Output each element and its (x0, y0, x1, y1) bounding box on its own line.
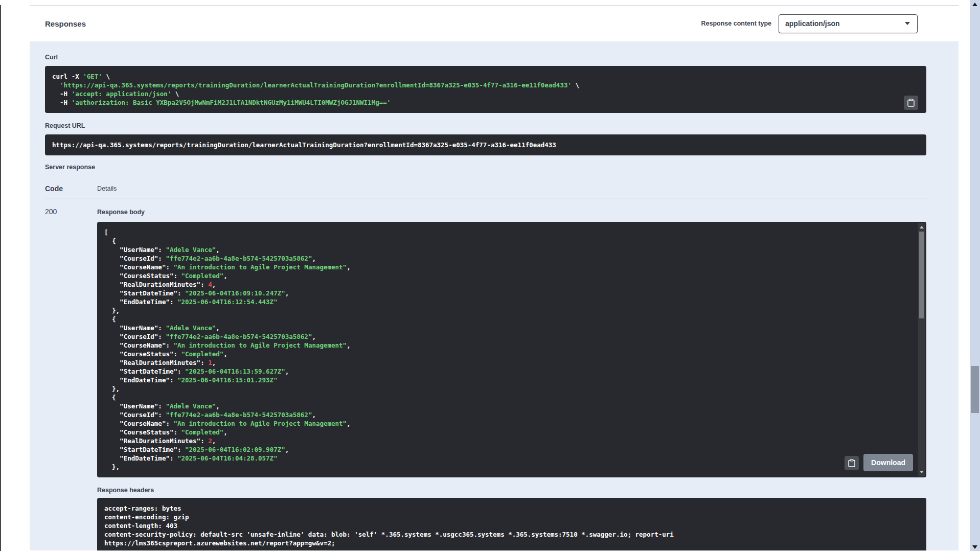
response-body-code: [ { "UserName": "Adele Vance", "CourseId… (104, 228, 909, 471)
code-line: "UserName": "Adele Vance", (104, 402, 909, 410)
request-url-block: https://api-qa.365.systems/reports/train… (45, 134, 926, 155)
code-line: "EndDateTime": "2025-06-04T16:12:54.443Z… (104, 297, 909, 306)
copy-to-clipboard-button[interactable] (904, 96, 918, 110)
status-code: 200 (45, 208, 97, 550)
response-body-scrollbar[interactable] (918, 223, 925, 476)
code-line: "StartDateTime": "2025-06-04T16:13:59.62… (104, 367, 909, 376)
details-cell: Response body [ { "UserName": "Adele Van… (97, 208, 926, 550)
code-line: [ (104, 228, 909, 237)
scrollbar-up-button[interactable] (970, 0, 980, 8)
code-line: https://lms365cspreport.azurewebsites.ne… (104, 539, 919, 547)
code-line: content-security-policy: default-src 'un… (104, 530, 919, 539)
code-line: "UserName": "Adele Vance", (104, 245, 909, 254)
code-line: }, (104, 384, 909, 393)
code-line: curl -X 'GET' \ (52, 72, 919, 81)
responses-title: Responses (45, 19, 86, 28)
response-body-scrollbar-thumb[interactable] (919, 232, 924, 318)
code-line: "RealDurationMinutes": 1, (104, 358, 909, 367)
code-line: "CourseName": "An introduction to Agile … (104, 341, 909, 350)
triangle-up-icon[interactable] (920, 226, 924, 228)
code-line: { (104, 315, 909, 324)
content-type-label: Response content type (701, 20, 771, 27)
code-line: content-encoding: gzip (104, 513, 919, 521)
page-scrollbar[interactable] (970, 0, 980, 551)
request-url-label: Request URL (45, 122, 926, 129)
code-line: "CourseStatus": "Completed", (104, 428, 909, 437)
code-line: https://api-qa.365.systems/reports/train… (52, 141, 919, 149)
copy-to-clipboard-button[interactable] (845, 456, 859, 470)
download-button[interactable]: Download (863, 454, 913, 471)
code-line: -H 'authorization: Basic YXBpa2V5OjMwNmF… (52, 98, 919, 107)
code-line: "UserName": "Adele Vance", (104, 324, 909, 332)
response-headers-block: accept-ranges: bytescontent-encoding: gz… (97, 498, 926, 550)
chevron-down-icon (905, 22, 910, 25)
triangle-up-icon (972, 3, 977, 6)
details-column-header: Details (97, 185, 926, 192)
content-type-select[interactable]: application/json (779, 14, 918, 33)
code-line: "CourseId": "ffe774e2-aa6b-4a8e-b574-542… (104, 254, 909, 263)
content-type-wrap: Response content type application/json (701, 14, 918, 33)
code-line: "CourseStatus": "Completed", (104, 350, 909, 358)
code-line: accept-ranges: bytes (104, 504, 919, 513)
table-header-row: Code Details (45, 179, 926, 198)
code-line: "RealDurationMinutes": 2, (104, 437, 909, 445)
curl-label: Curl (45, 54, 926, 61)
code-line: "StartDateTime": "2025-06-04T16:02:09.90… (104, 445, 909, 454)
clipboard-icon (848, 459, 855, 467)
code-line: "StartDateTime": "2025-06-04T16:09:10.24… (104, 289, 909, 297)
response-body-label: Response body (97, 209, 926, 216)
code-line: "CourseStatus": "Completed", (104, 271, 909, 280)
code-line: content-length: 403 (104, 521, 919, 530)
content-type-selected-value: application/json (785, 19, 840, 28)
code-column-header: Code (45, 185, 97, 193)
code-line: "CourseName": "An introduction to Agile … (104, 419, 909, 428)
code-line: "CourseId": "ffe774e2-aa6b-4a8e-b574-542… (104, 332, 909, 341)
code-line: }, (104, 306, 909, 315)
curl-block: curl -X 'GET' \ 'https://api-qa.365.syst… (45, 66, 926, 113)
code-line: -H 'accept: application/json' \ (52, 89, 919, 98)
server-response-label: Server response (45, 164, 926, 171)
code-line: "CourseName": "An introduction to Agile … (104, 263, 909, 271)
clipboard-icon (907, 99, 915, 107)
scrollbar-down-button[interactable] (970, 543, 980, 551)
triangle-down-icon[interactable] (920, 471, 924, 473)
code-line: }, (104, 463, 909, 471)
server-response-table: Code Details 200 Response body [ { "User… (45, 179, 926, 550)
code-line: "EndDateTime": "2025-06-04T16:15:01.293Z… (104, 376, 909, 384)
table-row: 200 Response body [ { "UserName": "Adele… (45, 198, 926, 550)
swagger-responses-page: Responses Response content type applicat… (0, 5, 980, 551)
curl-code: curl -X 'GET' \ 'https://api-qa.365.syst… (52, 72, 919, 107)
code-line: "EndDateTime": "2025-06-04T16:04:28.057Z… (104, 454, 909, 463)
response-body-block: [ { "UserName": "Adele Vance", "CourseId… (97, 222, 926, 477)
page-scrollbar-thumb[interactable] (971, 366, 979, 413)
code-line: { (104, 237, 909, 245)
code-line: 'https://api-qa.365.systems/reports/trai… (52, 81, 919, 89)
responses-panel: Curl curl -X 'GET' \ 'https://api-qa.365… (30, 41, 959, 550)
responses-header: Responses Response content type applicat… (30, 6, 959, 41)
code-line: "RealDurationMinutes": 4, (104, 280, 909, 289)
content-area: Responses Response content type applicat… (30, 5, 959, 550)
response-headers-label: Response headers (97, 487, 926, 494)
triangle-down-icon (972, 545, 977, 549)
code-line: "CourseId": "ffe774e2-aa6b-4a8e-b574-542… (104, 410, 909, 419)
response-headers-code: accept-ranges: bytescontent-encoding: gz… (104, 504, 919, 547)
request-url-code: https://api-qa.365.systems/reports/train… (52, 141, 919, 149)
code-line: { (104, 393, 909, 402)
